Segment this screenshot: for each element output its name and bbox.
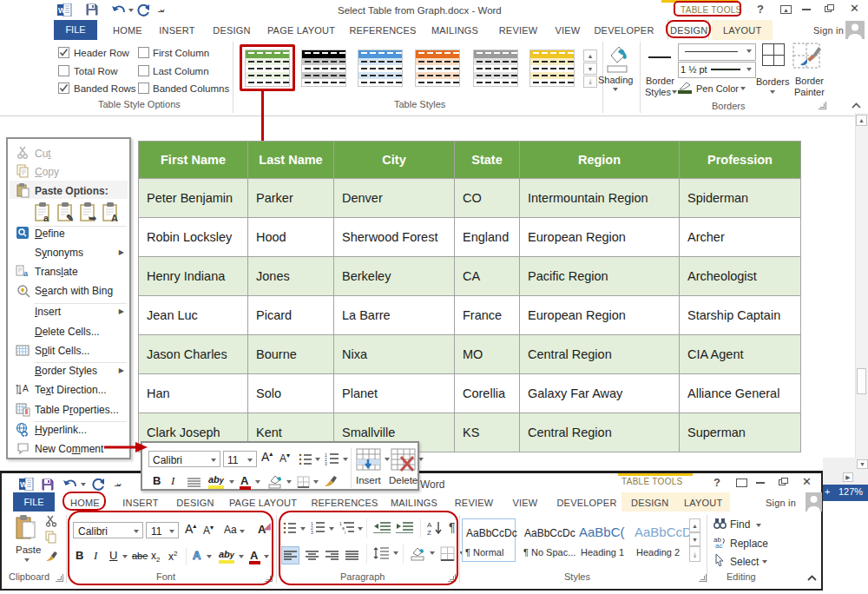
svg-text:A: A bbox=[23, 384, 29, 393]
svg-text:✎: ✎ bbox=[66, 213, 74, 223]
svg-text:ac: ac bbox=[715, 542, 722, 548]
svg-text:W: W bbox=[58, 6, 66, 15]
svg-text:A: A bbox=[111, 213, 118, 223]
svg-text:➥: ➥ bbox=[89, 213, 97, 223]
svg-text:W: W bbox=[20, 480, 28, 489]
svg-text:a: a bbox=[43, 213, 49, 223]
svg-text:a: a bbox=[23, 269, 29, 278]
svg-text:3: 3 bbox=[325, 461, 327, 465]
